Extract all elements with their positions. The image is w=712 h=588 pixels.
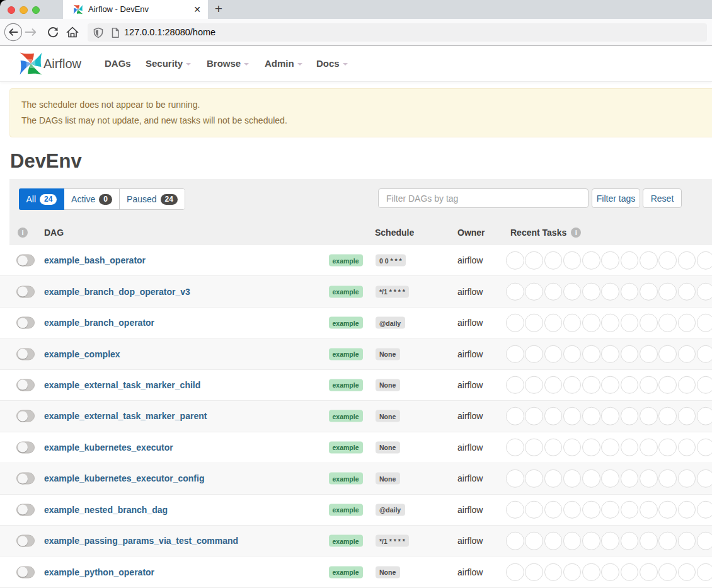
recent-task-circle <box>525 407 543 425</box>
dag-tag-badge[interactable]: example <box>329 285 363 297</box>
toggle-knob <box>18 536 28 546</box>
recent-task-circle <box>658 282 677 301</box>
recent-task-circle <box>697 563 712 581</box>
dag-pause-toggle[interactable] <box>16 535 35 547</box>
reset-button[interactable]: Reset <box>643 188 682 208</box>
back-button-icon[interactable] <box>4 23 23 42</box>
recent-task-circle <box>525 563 543 581</box>
recent-task-circle <box>563 407 582 425</box>
recent-task-circle <box>621 563 639 581</box>
tracking-protection-shield-icon[interactable] <box>93 27 104 38</box>
nav-item-browse[interactable]: Browse <box>207 46 249 81</box>
recent-task-circle <box>582 345 600 363</box>
dag-name-link[interactable]: example_passing_params_via_test_command <box>44 536 238 546</box>
recent-task-circle <box>601 251 619 270</box>
home-button-icon[interactable] <box>65 25 80 40</box>
dag-tag-badge[interactable]: example <box>329 410 363 422</box>
owner-cell: airflow <box>457 411 483 421</box>
recent-task-circle <box>678 563 696 581</box>
dag-pause-toggle[interactable] <box>16 504 35 516</box>
recent-task-circle <box>640 500 658 519</box>
dag-row: example_kubernetes_executor example None… <box>0 432 712 463</box>
recent-task-circle <box>582 376 600 395</box>
dag-column-info-icon[interactable]: i <box>18 228 28 238</box>
url-bar[interactable]: 127.0.0.1:28080/home <box>88 23 707 42</box>
dag-tag-badge[interactable]: example <box>329 379 363 391</box>
dag-tag-badge[interactable]: example <box>329 504 363 516</box>
dag-name-link[interactable]: example_kubernetes_executor <box>44 442 173 453</box>
airflow-brand[interactable]: Airflow <box>43 46 81 81</box>
dag-row: example_external_task_marker_parent exam… <box>0 401 712 432</box>
recent-task-circle <box>697 345 712 363</box>
tab-close-icon[interactable]: ✕ <box>190 0 204 19</box>
dag-name-link[interactable]: example_complex <box>44 349 120 359</box>
dag-pause-toggle[interactable] <box>16 255 35 267</box>
dag-pause-toggle[interactable] <box>16 285 35 297</box>
dag-tag-badge[interactable]: example <box>329 566 363 578</box>
dag-name-link[interactable]: example_external_task_marker_parent <box>44 411 207 421</box>
owner-cell: airflow <box>457 442 483 453</box>
recent-task-circle <box>601 532 619 550</box>
dag-pause-toggle[interactable] <box>16 348 35 360</box>
filter-tab-all[interactable]: All 24 <box>19 188 64 210</box>
recent-task-circle <box>525 500 543 519</box>
dag-name-link[interactable]: example_nested_branch_dag <box>44 505 168 515</box>
airflow-logo-icon[interactable] <box>19 52 43 76</box>
browser-tab[interactable]: Airflow - DevEnv ✕ <box>63 0 208 19</box>
reload-button-icon[interactable] <box>46 25 60 39</box>
recent-task-circle <box>525 376 543 395</box>
window-zoom-button[interactable] <box>32 6 40 14</box>
toggle-knob <box>18 411 28 421</box>
dag-name-link[interactable]: example_kubernetes_executor_config <box>44 473 204 483</box>
recent-task-circle <box>601 407 619 425</box>
dag-tag-badge[interactable]: example <box>329 255 363 267</box>
dag-name-link[interactable]: example_python_operator <box>44 567 154 577</box>
dag-name-link[interactable]: example_external_task_marker_child <box>44 380 200 390</box>
filter-tab-paused[interactable]: Paused 24 <box>120 189 185 209</box>
window-minimize-button[interactable] <box>20 6 28 14</box>
filter-tab-active[interactable]: Active 0 <box>64 189 120 209</box>
filter-tags-button[interactable]: Filter tags <box>592 188 640 208</box>
nav-item-admin[interactable]: Admin <box>265 46 302 81</box>
recent-tasks-info-icon[interactable]: i <box>571 228 581 238</box>
dag-pause-toggle[interactable] <box>16 410 35 422</box>
dag-tag-badge[interactable]: example <box>329 348 363 360</box>
recent-task-circle <box>601 500 619 519</box>
owner-cell: airflow <box>457 505 483 515</box>
dag-tag-badge[interactable]: example <box>329 441 363 453</box>
nav-item-docs[interactable]: Docs <box>316 46 348 81</box>
recent-task-circle <box>506 345 524 363</box>
page-title: DevEnv <box>10 150 712 173</box>
recent-task-circle <box>525 282 543 301</box>
dag-pause-toggle[interactable] <box>16 379 35 391</box>
filter-dags-search-input[interactable] <box>378 188 589 208</box>
dag-name-link[interactable]: example_branch_dop_operator_v3 <box>44 287 190 297</box>
dag-pause-toggle[interactable] <box>16 441 35 453</box>
dag-tag-badge[interactable]: example <box>329 473 363 485</box>
toggle-knob <box>18 442 28 453</box>
new-tab-button[interactable]: + <box>210 0 227 19</box>
all-count-badge: 24 <box>40 194 57 205</box>
dag-name-link[interactable]: example_bash_operator <box>44 255 146 265</box>
page-info-icon[interactable] <box>110 27 121 38</box>
recent-task-circle <box>582 470 600 488</box>
nav-item-security[interactable]: Security <box>146 46 191 81</box>
dag-pause-toggle[interactable] <box>16 566 35 578</box>
recent-task-circle <box>658 407 677 425</box>
forward-button-icon[interactable] <box>24 25 38 39</box>
dag-pause-toggle[interactable] <box>16 317 35 329</box>
dag-pause-toggle[interactable] <box>16 473 35 485</box>
url-text[interactable]: 127.0.0.1:28080/home <box>124 23 215 42</box>
filter-panel: All 24 Active 0 Paused 24 Filter tags Re… <box>9 179 712 245</box>
column-header-owner: Owner <box>457 223 485 242</box>
recent-task-circle <box>582 314 600 332</box>
recent-task-circle <box>658 532 677 550</box>
recent-task-circle <box>544 563 563 581</box>
dag-name-link[interactable]: example_branch_operator <box>44 318 154 328</box>
nav-item-dags[interactable]: DAGs <box>105 46 131 81</box>
dag-tag-badge[interactable]: example <box>329 535 363 547</box>
window-close-button[interactable] <box>8 6 16 14</box>
recent-task-circle <box>544 376 563 395</box>
dag-tag-badge[interactable]: example <box>329 317 363 329</box>
recent-task-circle <box>601 563 619 581</box>
